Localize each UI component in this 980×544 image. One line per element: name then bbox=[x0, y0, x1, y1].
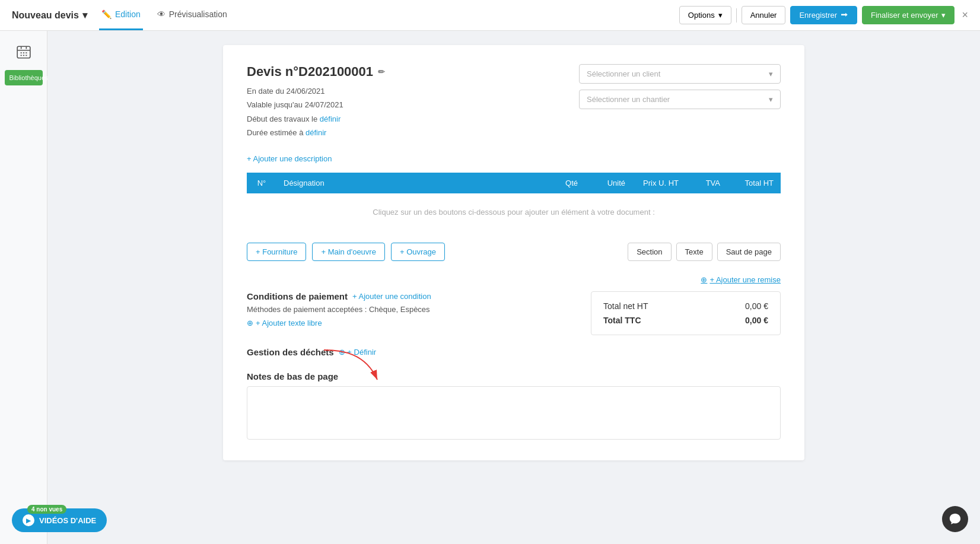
total-ttc-value: 0,00 € bbox=[745, 316, 768, 325]
top-nav-actions: Options ▾ Annuler Enregistrer ⮕ Finalise… bbox=[679, 6, 968, 24]
chantier-select[interactable]: Sélectionner un chantier ▾ bbox=[579, 90, 781, 109]
chantier-select-arrow-icon: ▾ bbox=[769, 95, 773, 104]
meta-duree: Durée estimée à définir bbox=[247, 126, 385, 139]
title-text: Nouveau devis bbox=[12, 10, 79, 21]
top-nav: Nouveau devis ▾ ✏️ Edition 👁 Prévisualis… bbox=[0, 0, 980, 31]
action-buttons-row: + Fourniture + Main d'oeuvre + Ouvrage S… bbox=[247, 243, 781, 261]
items-table: N° Désignation Qté Unité Prix U. HT TVA … bbox=[247, 173, 781, 231]
meta-duree-text: Durée estimée à bbox=[247, 128, 303, 137]
close-button[interactable]: × bbox=[962, 9, 968, 21]
sidebar-icon-box[interactable] bbox=[12, 40, 36, 64]
annuler-button[interactable]: Annuler bbox=[742, 6, 786, 24]
chat-widget[interactable] bbox=[942, 506, 968, 532]
add-ouvrage-button[interactable]: + Ouvrage bbox=[391, 243, 445, 261]
document-card: Devis n°D202100001 ✏ En date du 24/06/20… bbox=[223, 45, 804, 460]
video-help-widget: 4 non vues ▶ VIDÉOS D'AIDE bbox=[12, 508, 107, 532]
total-net-ht-value: 0,00 € bbox=[745, 301, 768, 311]
tab-edition[interactable]: ✏️ Edition bbox=[99, 0, 143, 30]
texte-button[interactable]: Texte bbox=[676, 243, 712, 261]
options-label: Options bbox=[688, 11, 715, 20]
total-net-ht-label: Total net HT bbox=[603, 301, 648, 311]
saut-page-button[interactable]: Saut de page bbox=[717, 243, 781, 261]
plus-remise-icon: ⊕ bbox=[701, 275, 707, 284]
col-prix: Prix U. HT bbox=[632, 173, 686, 193]
bottom-section: Conditions de paiement + Ajouter une con… bbox=[247, 291, 781, 335]
saut-page-label: Saut de page bbox=[726, 247, 772, 256]
dechets-title: Gestion des déchets ⊕ + Définir bbox=[247, 347, 781, 357]
layout: Bibliothèques Devis n°D202100001 ✏ En da… bbox=[0, 31, 980, 544]
client-select-arrow-icon: ▾ bbox=[769, 69, 773, 78]
empty-state-message: Cliquez sur un des boutons ci-dessous po… bbox=[247, 193, 781, 231]
dechets-section: Gestion des déchets ⊕ + Définir bbox=[247, 347, 781, 357]
options-button[interactable]: Options ▾ bbox=[679, 6, 731, 24]
main-doeuvre-label: + Main d'oeuvre bbox=[321, 247, 376, 256]
tab-previsualisation-label: Prévisualisation bbox=[169, 9, 227, 19]
client-select[interactable]: Sélectionner un client ▾ bbox=[579, 64, 781, 84]
right-action-buttons: Section Texte Saut de page bbox=[628, 243, 781, 261]
add-remise-link[interactable]: ⊕ + Ajouter une remise bbox=[701, 275, 781, 284]
total-ttc-row: Total TTC 0,00 € bbox=[603, 316, 768, 325]
doc-right: Sélectionner un client ▾ Sélectionner un… bbox=[579, 64, 781, 109]
plus-definir-icon: ⊕ bbox=[339, 348, 345, 357]
meta-debut-text: Début des travaux le bbox=[247, 114, 317, 123]
definir-link[interactable]: ⊕ + Définir bbox=[339, 348, 376, 357]
col-qte: Qté bbox=[543, 173, 585, 193]
page-title: Nouveau devis ▾ bbox=[12, 9, 87, 21]
table-header-row: N° Désignation Qté Unité Prix U. HT TVA … bbox=[247, 173, 781, 193]
add-description-text: + Ajouter une description bbox=[247, 154, 332, 163]
conditions-title: Conditions de paiement + Ajouter une con… bbox=[247, 291, 567, 301]
conditions-methods: Méthodes de paiement acceptées : Chèque,… bbox=[247, 305, 567, 314]
doc-left: Devis n°D202100001 ✏ En date du 24/06/20… bbox=[247, 64, 385, 140]
conditions-title-text: Conditions de paiement bbox=[247, 291, 348, 301]
add-condition-link[interactable]: + Ajouter une condition bbox=[352, 292, 431, 301]
section-button[interactable]: Section bbox=[628, 243, 671, 261]
annuler-label: Annuler bbox=[750, 11, 777, 20]
plus-text-icon: ⊕ bbox=[247, 319, 253, 327]
add-main-doeuvre-button[interactable]: + Main d'oeuvre bbox=[312, 243, 384, 261]
enregistrer-label: Enregistrer bbox=[799, 11, 837, 20]
total-ttc-label: Total TTC bbox=[603, 316, 641, 325]
edition-icon: ✏️ bbox=[101, 9, 112, 19]
svg-rect-0 bbox=[17, 46, 30, 58]
play-icon: ▶ bbox=[23, 514, 34, 526]
definir-label: + Définir bbox=[347, 348, 376, 357]
chantier-placeholder: Sélectionner un chantier bbox=[587, 95, 670, 104]
total-net-ht-row: Total net HT 0,00 € bbox=[603, 301, 768, 311]
enregistrer-button[interactable]: Enregistrer ⮕ bbox=[790, 6, 857, 24]
dechets-title-text: Gestion des déchets bbox=[247, 347, 334, 357]
document-title-text: Devis n°D202100001 bbox=[247, 64, 373, 79]
add-text-label: + Ajouter texte libre bbox=[256, 319, 322, 327]
texte-label: Texte bbox=[685, 247, 704, 256]
remise-label: + Ajouter une remise bbox=[709, 275, 781, 284]
fourniture-label: + Fourniture bbox=[256, 247, 297, 256]
preview-icon: 👁 bbox=[157, 9, 166, 19]
bibliotheques-button[interactable]: Bibliothèques bbox=[5, 70, 43, 85]
add-fourniture-button[interactable]: + Fourniture bbox=[247, 243, 306, 261]
finaliser-label: Finaliser et envoyer bbox=[871, 11, 938, 20]
options-chevron-icon: ▾ bbox=[718, 11, 723, 20]
add-condition-label: + Ajouter une condition bbox=[352, 292, 431, 301]
finaliser-button[interactable]: Finaliser et envoyer ▾ bbox=[862, 6, 954, 24]
title-chevron-icon[interactable]: ▾ bbox=[82, 9, 87, 21]
ouvrage-label: + Ouvrage bbox=[400, 247, 436, 256]
close-icon: × bbox=[962, 9, 968, 21]
add-text-libre-link[interactable]: ⊕ + Ajouter texte libre bbox=[247, 319, 567, 327]
tab-previsualisation[interactable]: 👁 Prévisualisation bbox=[155, 0, 230, 30]
document-meta: En date du 24/06/2021 Valable jusqu'au 2… bbox=[247, 84, 385, 140]
col-unite: Unité bbox=[585, 173, 632, 193]
add-description-link[interactable]: + Ajouter une description bbox=[247, 154, 781, 163]
debut-link[interactable]: définir bbox=[320, 114, 341, 123]
document-title: Devis n°D202100001 ✏ bbox=[247, 64, 385, 79]
notes-textarea[interactable] bbox=[247, 386, 781, 440]
edit-title-icon[interactable]: ✏ bbox=[378, 67, 385, 77]
document-header: Devis n°D202100001 ✏ En date du 24/06/20… bbox=[247, 64, 781, 140]
col-tva: TVA bbox=[686, 173, 727, 193]
conditions-section: Conditions de paiement + Ajouter une con… bbox=[247, 291, 567, 335]
meta-valable: Valable jusqu'au 24/07/2021 bbox=[247, 98, 385, 112]
duree-link[interactable]: définir bbox=[306, 128, 326, 137]
totals-box: Total net HT 0,00 € Total TTC 0,00 € bbox=[591, 291, 781, 335]
meta-date: En date du 24/06/2021 bbox=[247, 84, 385, 98]
enregistrer-icon: ⮕ bbox=[841, 11, 848, 20]
remise-row: ⊕ + Ajouter une remise bbox=[247, 275, 781, 284]
meta-debut: Début des travaux le définir bbox=[247, 112, 385, 126]
